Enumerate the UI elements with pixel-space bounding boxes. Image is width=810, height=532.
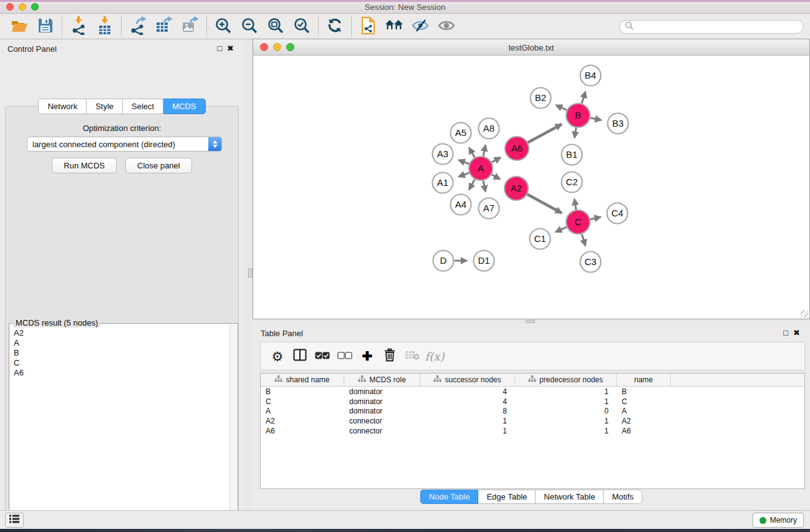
result-item[interactable]: A6 — [14, 368, 229, 378]
table-settings-button[interactable]: ⚙ — [268, 347, 287, 365]
cell-successor-nodes[interactable]: 4 — [420, 397, 515, 407]
graph-node-C4[interactable]: C4 — [607, 203, 628, 224]
cell-successor-nodes[interactable]: 1 — [420, 416, 515, 426]
cell-name[interactable]: B — [617, 387, 671, 397]
run-mcds-button[interactable]: Run MCDS — [52, 158, 117, 173]
edge-C-C4[interactable] — [591, 217, 601, 220]
cell-name[interactable]: A6 — [617, 426, 671, 436]
graph-node-B3[interactable]: B3 — [608, 114, 629, 134]
deselect-all-button[interactable] — [335, 347, 354, 365]
refresh-button[interactable] — [322, 16, 348, 38]
edge-A-A2[interactable] — [491, 175, 499, 180]
graph-node-C2[interactable]: C2 — [562, 172, 582, 193]
cell-predecessor-nodes[interactable]: 1 — [515, 397, 617, 407]
edge-A-A6[interactable] — [492, 158, 501, 163]
graph-node-A5[interactable]: A5 — [451, 123, 471, 143]
select-all-button[interactable] — [313, 347, 332, 365]
result-item[interactable]: C — [14, 358, 229, 368]
cell-name[interactable]: A — [617, 406, 671, 416]
zoom-selected-button[interactable] — [289, 16, 315, 38]
close-panel-icon[interactable]: ✖ — [227, 44, 239, 53]
edge-A-A3[interactable] — [459, 160, 470, 164]
cell-shared-name[interactable]: A2 — [261, 416, 344, 426]
cell-mcds-role[interactable]: connector — [344, 426, 420, 436]
cell-name[interactable]: C — [617, 397, 671, 407]
column-header-mcds-role[interactable]: MCDS role — [344, 374, 420, 386]
edge-B-B3[interactable] — [591, 118, 602, 120]
window-resize-grip[interactable] — [801, 310, 808, 317]
cell-mcds-role[interactable]: dominator — [344, 397, 420, 407]
graph-node-A6[interactable]: A6 — [505, 137, 529, 160]
cell-shared-name[interactable]: A — [261, 406, 344, 416]
result-item[interactable]: A — [14, 338, 229, 348]
export-image-button[interactable] — [177, 16, 203, 38]
home-networks-button[interactable] — [381, 16, 407, 38]
import-table-button[interactable] — [92, 16, 118, 38]
graph-node-A8[interactable]: A8 — [479, 118, 499, 139]
memory-button[interactable]: Memory — [753, 513, 804, 528]
graph-node-B4[interactable]: B4 — [581, 65, 601, 86]
edge-C-C1[interactable] — [556, 227, 567, 232]
column-header-successor-nodes[interactable]: successor nodes — [420, 374, 515, 386]
edge-A2-C[interactable] — [528, 195, 562, 213]
graph-node-C1[interactable]: C1 — [530, 229, 551, 249]
column-header-predecessor-nodes[interactable]: predecessor nodes — [515, 374, 617, 386]
cell-name[interactable]: A2 — [617, 416, 671, 426]
save-session-button[interactable] — [32, 16, 59, 38]
optimization-criterion-select[interactable]: largest connected component (directed) — [27, 137, 222, 152]
birds-eye-view-button[interactable] — [433, 16, 460, 38]
edge-B-B2[interactable] — [556, 105, 567, 110]
graph-node-B[interactable]: B — [566, 104, 590, 127]
table-row-A6[interactable]: A6connector11A6 — [261, 426, 804, 436]
delete-column-button[interactable] — [380, 347, 399, 365]
import-network-button[interactable] — [65, 16, 92, 38]
tab-edge-table[interactable]: Edge Table — [478, 490, 536, 504]
edge-B-B1[interactable] — [574, 128, 576, 138]
column-header-shared-name[interactable]: shared name — [261, 374, 344, 386]
cell-mcds-role[interactable]: connector — [344, 416, 420, 426]
cell-successor-nodes[interactable]: 4 — [420, 387, 515, 397]
network-window-titlebar[interactable]: testGlobe.txt — [253, 39, 809, 56]
close-panel-button[interactable]: Close panel — [125, 158, 192, 173]
zoom-in-button[interactable] — [210, 16, 236, 38]
result-scrollbar[interactable] — [229, 324, 237, 532]
tab-style[interactable]: Style — [87, 99, 123, 114]
edge-B-B4[interactable] — [582, 92, 586, 104]
graph-node-B2[interactable]: B2 — [531, 88, 551, 109]
edge-A-A5[interactable] — [470, 148, 475, 158]
table-row-A2[interactable]: A2connector11A2 — [261, 416, 804, 426]
zoom-fit-button[interactable] — [263, 16, 289, 38]
graph-node-A1[interactable]: A1 — [433, 173, 453, 193]
float-table-panel-icon[interactable]: □ — [783, 328, 793, 337]
graph-node-D[interactable]: D — [433, 251, 454, 271]
table-row-C[interactable]: Cdominator41C — [261, 397, 804, 407]
cell-successor-nodes[interactable]: 8 — [420, 406, 515, 416]
tab-select[interactable]: Select — [123, 99, 163, 114]
cell-shared-name[interactable]: B — [261, 387, 344, 397]
edge-A6-B[interactable] — [528, 124, 562, 142]
tab-network-table[interactable]: Network Table — [536, 490, 604, 504]
open-session-button[interactable] — [6, 16, 32, 38]
graph-node-D1[interactable]: D1 — [474, 251, 494, 271]
close-table-panel-icon[interactable]: ✖ — [793, 328, 805, 337]
add-column-button[interactable]: ✚ — [358, 347, 377, 365]
result-item[interactable]: A2 — [14, 328, 229, 338]
edge-A-A8[interactable] — [483, 145, 486, 157]
horizontal-split-handle[interactable] — [526, 320, 535, 323]
network-canvas[interactable]: B4B2BB3A8A5A6A3B1AA1C2A2A4A7C4CC1C3DD1 — [253, 56, 809, 319]
graphics-details-button[interactable] — [407, 16, 433, 38]
graph-node-A3[interactable]: A3 — [433, 144, 453, 165]
graph-node-A4[interactable]: A4 — [451, 195, 471, 215]
zoom-out-button[interactable] — [236, 16, 263, 38]
graph-node-A7[interactable]: A7 — [479, 198, 499, 219]
cell-successor-nodes[interactable]: 1 — [420, 426, 515, 436]
graph-node-B1[interactable]: B1 — [562, 145, 582, 165]
cell-shared-name[interactable]: A6 — [261, 426, 344, 436]
graph-node-C3[interactable]: C3 — [581, 252, 601, 273]
cell-mcds-role[interactable]: dominator — [344, 406, 420, 416]
show-columns-button[interactable] — [291, 347, 309, 365]
cell-predecessor-nodes[interactable]: 1 — [515, 416, 617, 426]
tab-mcds[interactable]: MCDS — [163, 99, 205, 114]
graph-node-A2[interactable]: A2 — [504, 177, 528, 200]
tab-node-table[interactable]: Node Table — [420, 490, 479, 504]
